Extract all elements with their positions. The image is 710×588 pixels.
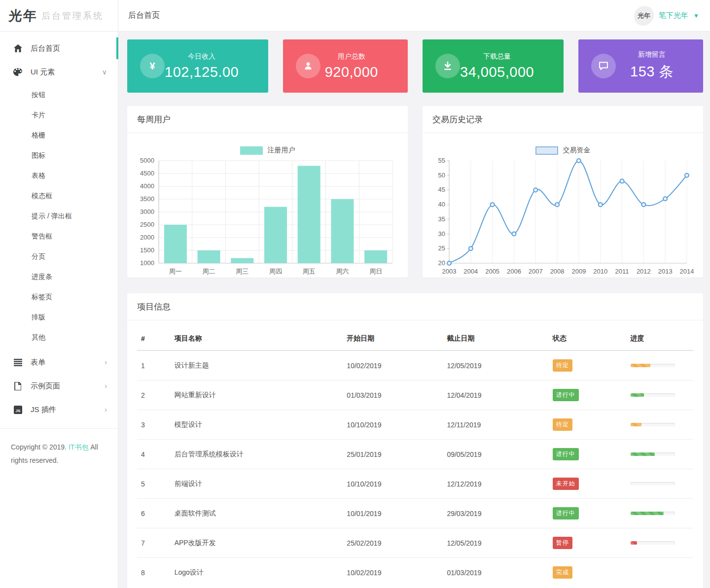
table-row: 2网站重新设计01/03/201912/04/2019进行中	[137, 380, 693, 410]
weekly-users-card: 每周用户 注册用户 100015002000250030003500400045…	[127, 106, 408, 277]
yen-icon: ¥	[140, 54, 165, 78]
col-header-progress: 进度	[627, 324, 693, 350]
projects-card: 项目信息 # 项目名称 开始日期 截止日期	[127, 293, 703, 588]
svg-text:2007: 2007	[529, 268, 543, 275]
sidebar-subitem[interactable]: 其他	[0, 327, 118, 347]
sidebar-subitem[interactable]: 表格	[0, 166, 118, 186]
sidebar-item-label: JS 插件	[31, 405, 56, 415]
sidebar-subitem[interactable]: 按钮	[0, 85, 118, 105]
sidebar-subitem[interactable]: 模态框	[0, 186, 118, 206]
svg-text:2014: 2014	[680, 268, 694, 275]
breadcrumb[interactable]: 后台首页	[128, 10, 160, 21]
sidebar-subitem[interactable]: 进度条	[0, 267, 118, 287]
cell-num: 2	[137, 380, 171, 410]
svg-text:45: 45	[438, 186, 445, 193]
progress-bar	[631, 512, 675, 515]
card-title: 每周用户	[127, 106, 408, 133]
stat-label: 下载总量	[460, 52, 534, 61]
col-header-name: 项目名称	[171, 324, 343, 350]
download-icon	[435, 54, 460, 78]
svg-text:25: 25	[438, 244, 445, 252]
svg-text:3500: 3500	[140, 195, 154, 203]
table-row: 6桌面软件测试10/01/201929/03/2019进行中	[137, 499, 693, 528]
progress-bar	[631, 364, 675, 367]
sidebar-subitem[interactable]: 卡片	[0, 105, 118, 125]
stat-card-income: ¥ 今日收入 102,125.00	[127, 39, 268, 93]
stats-row: ¥ 今日收入 102,125.00 用户总数 920,000	[127, 39, 703, 93]
svg-text:周五: 周五	[303, 268, 316, 275]
legend-swatch	[535, 146, 558, 155]
svg-text:周二: 周二	[203, 268, 215, 275]
bar-chart-body: 注册用户 10001500200025003000350040004500500…	[127, 133, 408, 284]
cell-start-date: 10/01/2019	[343, 499, 443, 528]
cell-progress	[627, 499, 693, 528]
sidebar-subitem[interactable]: 图标	[0, 145, 118, 166]
svg-text:2000: 2000	[140, 234, 154, 241]
sidebar-item-label: UI 元素	[31, 68, 55, 77]
sidebar-item-label: 后台首页	[31, 44, 60, 53]
cell-status: 进行中	[549, 440, 627, 469]
chevron-down-icon: ∨	[102, 69, 107, 75]
copyright-link[interactable]: IT书包	[69, 443, 88, 451]
cell-end-date: 01/03/2019	[443, 558, 548, 588]
svg-text:3000: 3000	[140, 208, 154, 215]
cell-progress	[627, 350, 693, 380]
svg-text:50: 50	[438, 172, 445, 179]
sidebar-subitem[interactable]: 排版	[0, 307, 118, 327]
progress-bar	[631, 541, 675, 545]
stat-value: 920,000	[325, 64, 378, 80]
status-badge: 进行中	[553, 507, 579, 519]
svg-text:2009: 2009	[571, 268, 586, 275]
sidebar-item-home[interactable]: 后台首页	[0, 36, 118, 60]
sidebar-subitem[interactable]: 警告框	[0, 226, 118, 246]
sidebar-item-ui-elements[interactable]: UI 元素 ∨	[0, 60, 118, 84]
sidebar-item-js-plugins[interactable]: JS JS 插件 ›	[0, 398, 118, 421]
app-layout: 光年 后台管理系统 后台首页 UI 元素 ∨ 按钮卡片格栅图标表格模态框提示 /…	[0, 0, 710, 588]
chevron-right-icon: ›	[105, 359, 107, 366]
sidebar-subitem[interactable]: 标签页	[0, 287, 118, 307]
col-header-start: 开始日期	[343, 324, 443, 350]
cell-num: 1	[137, 350, 171, 380]
svg-text:2003: 2003	[442, 268, 457, 275]
sidebar-subitem[interactable]: 分页	[0, 246, 118, 267]
table-row: 3模型设计10/10/201912/11/2019待定	[137, 410, 693, 440]
file-icon	[13, 382, 23, 390]
svg-text:2008: 2008	[550, 268, 565, 275]
cell-progress	[627, 410, 693, 440]
projects-table-wrap: # 项目名称 开始日期 截止日期 状态 进度 1设计新主题10/02/20191…	[127, 320, 703, 588]
copyright-prefix: Copyright © 2019.	[11, 443, 67, 451]
svg-text:1000: 1000	[140, 259, 154, 267]
comment-icon	[591, 54, 616, 78]
sidebar-item-forms[interactable]: 表单 ›	[0, 350, 118, 374]
svg-text:35: 35	[438, 215, 445, 223]
cell-end-date: 12/04/2019	[443, 380, 548, 410]
bar-chart-legend: 注册用户	[136, 144, 399, 157]
line-chart-legend: 交易资金	[431, 144, 694, 157]
cell-num: 7	[137, 528, 171, 558]
cell-status: 未开始	[549, 469, 627, 499]
cell-name: Logo设计	[171, 558, 343, 588]
sidebar-item-label: 表单	[31, 358, 45, 367]
stat-card-messages: 新增留言 153 条	[578, 39, 703, 93]
sidebar-subitem[interactable]: 格栅	[0, 125, 118, 145]
svg-text:周四: 周四	[269, 268, 282, 275]
progress-bar	[631, 423, 675, 426]
caret-down-icon: ▼	[693, 12, 699, 19]
overlay-box	[597, 567, 698, 575]
svg-text:周一: 周一	[169, 268, 182, 275]
cell-name: 模型设计	[171, 410, 343, 440]
sidebar-subitem[interactable]: 提示 / 弹出框	[0, 206, 118, 226]
svg-text:40: 40	[438, 201, 445, 208]
table-row: 7APP改版开发25/02/201912/05/2019暂停	[137, 528, 693, 558]
sidebar-item-example-pages[interactable]: 示例页面 ›	[0, 374, 118, 398]
cell-name: APP改版开发	[171, 528, 343, 558]
col-header-status: 状态	[549, 324, 627, 350]
palette-icon	[13, 68, 23, 76]
svg-text:2500: 2500	[140, 221, 154, 228]
cell-start-date: 25/01/2019	[343, 440, 443, 469]
list-icon	[13, 359, 23, 366]
user-menu[interactable]: 光年 笔下光年 ▼	[634, 6, 699, 26]
legend-swatch	[240, 146, 263, 155]
logo[interactable]: 光年 后台管理系统	[0, 0, 118, 32]
svg-text:2010: 2010	[593, 268, 607, 275]
